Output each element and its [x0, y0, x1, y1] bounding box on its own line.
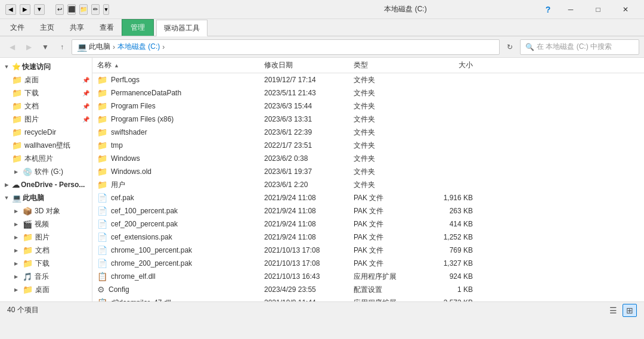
- tab-drive-tools[interactable]: 驱动器工具: [156, 20, 208, 36]
- file-date: 2021/10/13 17:08: [264, 246, 354, 254]
- minimize-button[interactable]: ─: [557, 0, 584, 19]
- table-row[interactable]: 📄cef_100_percent.pak 2021/9/24 11:08 PAK…: [92, 204, 644, 217]
- folder-icon: 📁: [12, 75, 22, 85]
- search-box[interactable]: 🔍 在 本地磁盘 (C:) 中搜索: [520, 39, 639, 55]
- file-type: 文件夹: [354, 180, 413, 190]
- file-type: 应用程序扩展: [354, 272, 413, 282]
- up-nav-button[interactable]: ↑: [55, 40, 69, 54]
- sidebar-label: 图片: [24, 114, 39, 125]
- sidebar-item-local-photos[interactable]: 📁 本机照片: [0, 152, 92, 165]
- sidebar-item-pictures2[interactable]: ▶ 📁 图片: [0, 231, 92, 244]
- properties-btn[interactable]: ⬛: [67, 4, 76, 15]
- file-size: 1,252 KB: [413, 233, 473, 241]
- sidebar-item-download[interactable]: 📁 下载 📌: [0, 86, 92, 99]
- search-placeholder: 在 本地磁盘 (C:) 中搜索: [537, 42, 612, 52]
- folder-icon: 📁: [23, 232, 33, 242]
- pak-file-icon: 📄: [97, 193, 107, 203]
- sidebar-this-pc[interactable]: ▼ 💻 此电脑: [0, 191, 92, 204]
- sidebar-item-wallhaven[interactable]: 📁 wallhaven壁纸: [0, 139, 92, 152]
- recent-nav-button[interactable]: ▼: [38, 40, 52, 54]
- customize-btn[interactable]: ▼: [103, 4, 109, 15]
- table-row[interactable]: 📁PermanenceDataPath 2023/5/11 21:43 文件夹: [92, 86, 644, 99]
- file-size: 1,916 KB: [413, 194, 473, 202]
- back-btn[interactable]: ◀: [5, 4, 16, 15]
- forward-nav-button[interactable]: ▶: [21, 40, 36, 54]
- col-date-header[interactable]: 修改日期: [264, 60, 354, 70]
- breadcrumb-drive[interactable]: 本地磁盘 (C:): [117, 42, 160, 52]
- table-row[interactable]: 📄cef_extensions.pak 2021/9/24 11:08 PAK …: [92, 231, 644, 244]
- refresh-button[interactable]: ↻: [502, 39, 518, 55]
- expand-icon: ▶: [12, 167, 20, 176]
- back-nav-button[interactable]: ◀: [5, 40, 19, 54]
- sidebar-label: 本机照片: [24, 154, 53, 164]
- tab-file[interactable]: 文件: [2, 19, 32, 36]
- cfg-file-icon: ⚙: [97, 285, 105, 294]
- col-type-header[interactable]: 类型: [354, 60, 413, 70]
- sidebar-item-3d-objects[interactable]: ▶ 📦 3D 对象: [0, 204, 92, 217]
- file-size: 3,573 KB: [413, 298, 473, 301]
- table-row[interactable]: 📁Windows 2023/6/2 0:38 文件夹: [92, 152, 644, 165]
- folder-icon: 📁: [23, 285, 33, 294]
- file-date: 2023/6/3 15:44: [264, 102, 354, 110]
- recent-btn[interactable]: ▼: [34, 4, 45, 15]
- tab-home[interactable]: 主页: [32, 19, 62, 36]
- col-size-header[interactable]: 大小: [413, 60, 473, 70]
- folder-icon: 📁: [97, 75, 107, 85]
- sidebar-label: 图片: [35, 232, 49, 242]
- close-button[interactable]: ✕: [612, 0, 639, 19]
- forward-btn[interactable]: ▶: [20, 4, 30, 15]
- sidebar-item-desktop[interactable]: 📁 桌面 📌: [0, 73, 92, 86]
- table-row[interactable]: 📁Program Files 2023/6/3 15:44 文件夹: [92, 99, 644, 113]
- main-content: ▼ ⭐ 快速访问 📁 桌面 📌 📁 下载 📌 📁 文档 📌 📁 图片 📌 📁 r…: [0, 58, 644, 301]
- help-button[interactable]: ?: [539, 0, 557, 19]
- table-row[interactable]: 📄chrome_200_percent.pak 2021/10/13 17:08…: [92, 257, 644, 270]
- sidebar-label: 3D 对象: [35, 206, 60, 216]
- table-row[interactable]: 📁tmp 2022/1/7 23:51 文件夹: [92, 139, 644, 152]
- sidebar-item-desktop2[interactable]: ▶ 📁 桌面: [0, 283, 92, 296]
- sidebar-item-music[interactable]: ▶ 🎵 音乐: [0, 270, 92, 283]
- tab-share[interactable]: 共享: [62, 19, 92, 36]
- address-input[interactable]: 💻 此电脑 › 本地磁盘 (C:) ›: [72, 39, 500, 55]
- tab-view[interactable]: 查看: [92, 19, 122, 36]
- tab-manage[interactable]: 管理: [122, 19, 154, 36]
- col-name-header[interactable]: 名称 ▲: [97, 60, 264, 70]
- sidebar-item-pictures[interactable]: 📁 图片 📌: [0, 113, 92, 126]
- table-row[interactable]: 📁Windows.old 2023/6/1 19:37 文件夹: [92, 165, 644, 178]
- breadcrumb-pc[interactable]: 💻 此电脑: [77, 42, 110, 52]
- expand-icon: ▼: [2, 194, 11, 202]
- sidebar-item-documents2[interactable]: ▶ 📁 文档: [0, 244, 92, 257]
- pin-icon: 📌: [82, 77, 89, 83]
- expand-icon: ▶: [12, 207, 20, 215]
- pak-file-icon: 📄: [97, 245, 107, 255]
- pin-icon: 📌: [82, 116, 89, 123]
- table-row[interactable]: 📁用户 2023/6/1 2:20 文件夹: [92, 178, 644, 191]
- table-row[interactable]: 📋d3dcompiler_47.dll 2021/10/8 11:44 应用程序…: [92, 296, 644, 301]
- table-row[interactable]: 📋chrome_elf.dll 2021/10/13 16:43 应用程序扩展 …: [92, 270, 644, 283]
- new-folder-btn[interactable]: 📁: [79, 4, 88, 15]
- sidebar-item-videos[interactable]: ▶ 🎬 视频: [0, 217, 92, 231]
- table-row[interactable]: ⚙Config 2023/4/29 23:55 配置设置 1 KB: [92, 283, 644, 296]
- undo-btn[interactable]: ↩: [55, 4, 64, 15]
- expand-icon: ▶: [12, 233, 20, 241]
- breadcrumb-separator2: ›: [162, 43, 165, 51]
- table-row[interactable]: 📁swiftshader 2023/6/1 22:39 文件夹: [92, 126, 644, 139]
- table-row[interactable]: 📄cef_200_percent.pak 2021/9/24 11:08 PAK…: [92, 217, 644, 231]
- sidebar-item-downloads2[interactable]: ▶ 📁 下载: [0, 257, 92, 270]
- table-row[interactable]: 📁Program Files (x86) 2023/6/3 13:31 文件夹: [92, 113, 644, 126]
- file-type: PAK 文件: [354, 259, 413, 269]
- large-icon-view-button[interactable]: ⊞: [623, 304, 637, 317]
- file-type: 文件夹: [354, 101, 413, 111]
- maximize-button[interactable]: □: [584, 0, 612, 19]
- sidebar-item-documents[interactable]: 📁 文档 📌: [0, 99, 92, 113]
- details-view-button[interactable]: ☰: [606, 304, 620, 317]
- rename-btn[interactable]: ✏: [91, 4, 100, 15]
- table-row[interactable]: 📄chrome_100_percent.pak 2021/10/13 17:08…: [92, 244, 644, 257]
- sidebar-onedrive[interactable]: ▶ ☁ OneDrive - Perso...: [0, 178, 92, 191]
- sidebar-item-software-g[interactable]: ▶ 💿 软件 (G:): [0, 165, 92, 178]
- table-row[interactable]: 📁PerfLogs 2019/12/7 17:14 文件夹: [92, 73, 644, 86]
- pak-file-icon: 📄: [97, 259, 107, 268]
- file-type: 配置设置: [354, 285, 413, 295]
- sidebar-item-recycledir[interactable]: 📁 recycleDir: [0, 126, 92, 139]
- sidebar-quick-access[interactable]: ▼ ⭐ 快速访问: [0, 60, 92, 73]
- table-row[interactable]: 📄cef.pak 2021/9/24 11:08 PAK 文件 1,916 KB: [92, 191, 644, 204]
